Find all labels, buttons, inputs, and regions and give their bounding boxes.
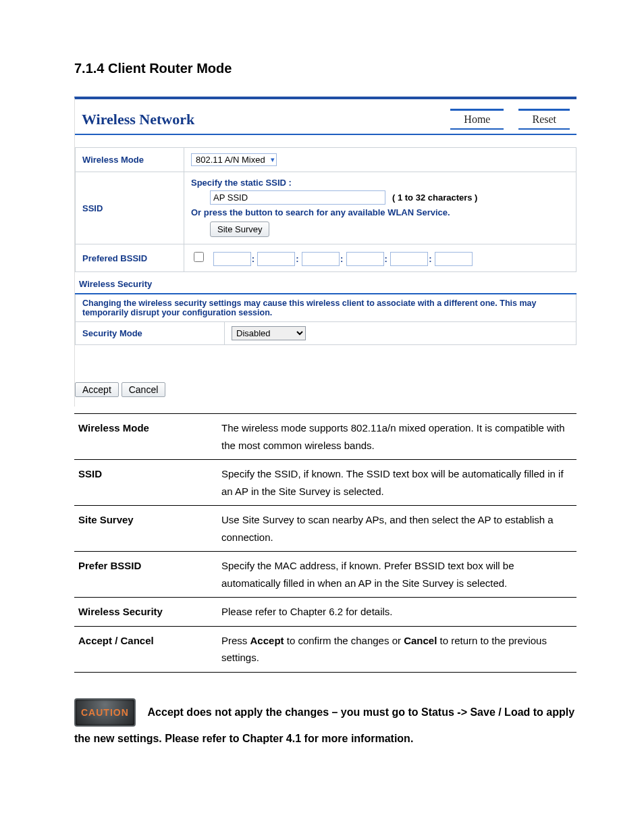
desc-key: Wireless Security: [74, 598, 217, 627]
desc-value: Use Site Survey to scan nearby APs, and …: [217, 506, 576, 552]
table-row: SSIDSpecify the SSID, if known. The SSID…: [74, 460, 576, 506]
wireless-settings-table: Wireless Mode 802.11 A/N Mixed ▾ SSID Sp…: [75, 147, 576, 272]
table-row: Prefer BSSIDSpecify the MAC address, if …: [74, 552, 576, 598]
ssid-label: SSID: [76, 172, 184, 244]
caution-text: Accept does not apply the changes – you …: [74, 706, 574, 745]
bssid-octet-4[interactable]: [346, 252, 384, 266]
desc-key: Prefer BSSID: [74, 552, 217, 598]
prefered-bssid-checkbox[interactable]: [194, 252, 204, 262]
config-panel: Wireless Network Home Reset Wireless Mod…: [74, 97, 576, 407]
section-heading: 7.1.4 Client Router Mode: [74, 61, 576, 76]
wireless-mode-select[interactable]: 802.11 A/N Mixed ▾: [191, 153, 277, 166]
ssid-static-text: Specify the static SSID :: [191, 178, 569, 188]
bssid-octet-6[interactable]: [435, 252, 473, 266]
desc-value: Specify the MAC address, if known. Prefe…: [217, 552, 576, 598]
wireless-security-subhead: Wireless Security: [79, 279, 576, 289]
table-row: Wireless ModeThe wireless mode supports …: [74, 414, 576, 460]
desc-value: The wireless mode supports 802.11a/n mix…: [217, 414, 576, 460]
wireless-security-table: Changing the wireless security settings …: [75, 293, 576, 345]
panel-title: Wireless Network: [82, 111, 450, 128]
home-link[interactable]: Home: [450, 109, 504, 130]
cancel-button[interactable]: Cancel: [122, 382, 166, 397]
caution-icon: CAUTION: [74, 698, 136, 727]
desc-key: Accept / Cancel: [74, 626, 217, 672]
security-mode-select[interactable]: Disabled: [232, 326, 306, 340]
desc-key: Site Survey: [74, 506, 217, 552]
bssid-octet-1[interactable]: [213, 252, 251, 266]
ssid-input[interactable]: [210, 190, 385, 205]
table-row: Accept / CancelPress Accept to confirm t…: [74, 626, 576, 672]
desc-value: Press Accept to confirm the changes or C…: [217, 626, 576, 672]
prefered-bssid-label: Prefered BSSID: [76, 244, 184, 272]
desc-value: Specify the SSID, if known. The SSID tex…: [217, 460, 576, 506]
accept-button[interactable]: Accept: [75, 382, 119, 397]
caution-note: CAUTION Accept does not apply the change…: [74, 698, 576, 751]
wireless-mode-value: 802.11 A/N Mixed: [196, 155, 265, 165]
desc-key: Wireless Mode: [74, 414, 217, 460]
desc-value: Please refer to Chapter 6.2 for details.: [217, 598, 576, 627]
bssid-octet-3[interactable]: [302, 252, 340, 266]
chevron-down-icon: ▾: [265, 155, 275, 164]
description-table: Wireless ModeThe wireless mode supports …: [74, 413, 576, 673]
wireless-mode-label: Wireless Mode: [76, 148, 184, 172]
desc-key: SSID: [74, 460, 217, 506]
site-survey-button[interactable]: Site Survey: [210, 221, 269, 237]
bssid-octet-5[interactable]: [390, 252, 428, 266]
ssid-hint: ( 1 to 32 characters ): [392, 192, 477, 203]
table-row: Site SurveyUse Site Survey to scan nearb…: [74, 506, 576, 552]
ssid-search-text: Or press the button to search for any av…: [191, 207, 569, 217]
table-row: Wireless SecurityPlease refer to Chapter…: [74, 598, 576, 627]
security-warning: Changing the wireless security settings …: [82, 298, 569, 317]
security-mode-label: Security Mode: [76, 322, 225, 345]
reset-link[interactable]: Reset: [518, 109, 570, 130]
bssid-octet-2[interactable]: [257, 252, 295, 266]
